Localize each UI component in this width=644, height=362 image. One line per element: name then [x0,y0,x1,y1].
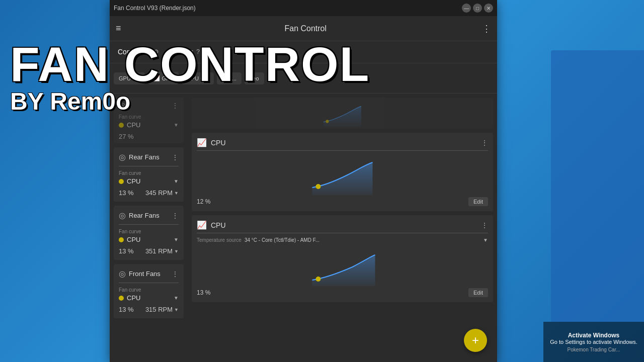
chart-handle-gpu-partial [326,120,329,123]
main-content: ◎ ⋮ Fan curve CPU ▼ 27 % ◎ [110,94,497,362]
edit-button-1[interactable]: Edit [468,288,488,297]
fan-card-0: ◎ ⋮ Fan curve CPU ▼ 27 % [114,98,184,143]
tab-bar: Controls ? ⚙ Curves ? [110,41,497,63]
temp-source-arrow-1[interactable]: ▼ [483,237,488,243]
fan-card-0-menu[interactable]: ⋮ [172,102,179,110]
rpm-arrow-3: ▼ [174,307,179,312]
fan-card-1-menu[interactable]: ⋮ [172,153,179,161]
fan-curve-dot-3 [119,296,124,301]
fan-curve-text-0: CPU [127,121,171,129]
fan-stats-2: 13 % 351 RPM ▼ [119,247,179,255]
fan-percent-0: 27 % [119,133,134,140]
curve-name-0: CPU [211,139,481,147]
pokemon-label: Pokemon Trading Car... [567,347,620,352]
close-button[interactable]: ✕ [484,4,493,13]
fan-stats-0: 27 % [119,133,179,140]
fan-icon-0: ◎ [119,101,126,110]
fan-curve-label-1: Fan curve [119,170,179,176]
curves-panel: 📈 CPU ⋮ [188,94,497,362]
fan-curve-text-1: CPU [127,177,171,185]
fan-percent-3: 13 % [119,306,134,313]
fan-card-1-divider [119,166,179,166]
fan-card-3-divider [119,283,179,283]
fan-curve-arrow-0: ▼ [174,122,179,128]
fan-curve-label-2: Fan curve [119,229,179,234]
fan-percent-1: 13 % [119,189,134,197]
chart-percent-1: 13 % [197,289,210,296]
fan-curve-dot-0 [119,123,124,128]
mini-card-gpu-f[interactable]: GPU F... [114,72,145,84]
settings-icon-controls[interactable]: ⚙ [153,48,159,55]
chart-svg-1 [197,246,488,286]
chart-area-gpu-partial [324,106,361,127]
chart-svg-0 [197,155,488,195]
fan-card-1: ◎ Rear Fans ⋮ Fan curve CPU ▼ 13 % 345 R… [114,147,184,202]
help-icon-controls[interactable]: ? [147,48,150,55]
add-fab-button[interactable]: + [464,329,487,352]
chart-line-icon-0: 📈 [197,138,207,147]
chart-line-icon-1: 📈 [197,220,207,230]
title-bar: Fan Control V93 (Render.json) — □ ✕ [110,0,497,16]
fan-curve-value-0: CPU ▼ [119,121,179,129]
controls-panel: ◎ ⋮ Fan curve CPU ▼ 27 % ◎ [110,94,188,362]
activate-windows-banner: Activate Windows Go to Settings to activ… [543,322,644,362]
fan-icon-3: ◎ [119,269,126,279]
more-button[interactable]: ⋮ [482,23,491,34]
curve-menu-1[interactable]: ⋮ [481,221,488,229]
fan-rpm-1: 345 RPM ▼ [145,189,179,197]
chart-container-0 [197,155,488,195]
fan-curve-arrow-1: ▼ [174,178,179,184]
fan-curve-value-1: CPU ▼ [119,177,179,185]
fan-card-3-name: Front Fans [129,270,172,278]
app-header: ≡ Fan Control ⋮ [110,16,497,41]
chart-handle-1[interactable] [316,277,321,282]
chart-area-0 [312,162,373,195]
chart-handle-0[interactable] [316,184,321,189]
fan-card-3-menu[interactable]: ⋮ [172,270,179,278]
mini-card-ami[interactable]: AMI... [217,72,242,84]
mini-card-deo[interactable]: deo [245,72,264,84]
top-cards-strip: GPU F... 📈 GPU GPU C... AMI... deo [110,63,497,94]
chart-gpu-partial [197,102,488,127]
fan-curve-text-3: CPU [127,294,171,302]
curve-menu-0[interactable]: ⋮ [481,139,488,147]
tab-controls[interactable]: Controls ? ⚙ [118,48,159,57]
fan-card-3-header: ◎ Front Fans ⋮ [119,269,179,279]
fan-curve-text-2: CPU [127,236,171,243]
fan-card-2-menu[interactable]: ⋮ [172,212,179,220]
fan-icon-1: ◎ [119,152,126,162]
curve-name-1: CPU [211,221,481,229]
fan-icon-2: ◎ [119,211,126,220]
app-title: Fan Control [129,24,482,33]
chart-icon-gpu: 📈 [153,75,160,81]
hamburger-button[interactable]: ≡ [116,23,121,34]
chart-container-1 [197,246,488,286]
fan-percent-2: 13 % [119,247,134,255]
chart-percent-0: 12 % [197,198,210,205]
fan-rpm-2: 351 RPM ▼ [145,247,179,255]
fan-curve-arrow-2: ▼ [174,237,179,242]
title-bar-controls: — □ ✕ [462,4,493,13]
mini-card-gpu[interactable]: 📈 GPU [148,72,179,84]
right-panel [551,50,644,322]
temp-source-value-1: 34 °C - Core (Tctl/Tdie) - AMD F... [245,237,480,243]
mini-card-gpu-c[interactable]: GPU C... [182,72,214,84]
curve-divider-1 [197,233,488,233]
maximize-button[interactable]: □ [473,4,482,13]
help-icon-curves[interactable]: ? [196,48,200,55]
tab-curves[interactable]: Curves ? [171,48,200,57]
curve-card-0-header: 📈 CPU ⋮ [197,138,488,147]
rpm-arrow-1: ▼ [174,191,179,196]
window-title: Fan Control V93 (Render.json) [114,5,462,12]
curve-card-1: 📈 CPU ⋮ Temperature source 34 °C - Core … [192,215,493,302]
fan-card-2: ◎ Rear Fans ⋮ Fan curve CPU ▼ 13 % 351 R… [114,206,184,260]
curve-divider-0 [197,150,488,151]
fan-curve-label-3: Fan curve [119,287,179,293]
fan-curve-value-3: CPU ▼ [119,294,179,302]
minimize-button[interactable]: — [462,4,471,13]
fan-curve-value-2: CPU ▼ [119,236,179,243]
fan-card-3: ◎ Front Fans ⋮ Fan curve CPU ▼ 13 % 315 … [114,264,184,318]
curve-card-gpu-partial [192,98,493,129]
fan-stats-1: 13 % 345 RPM ▼ [119,189,179,197]
edit-button-0[interactable]: Edit [468,197,488,206]
